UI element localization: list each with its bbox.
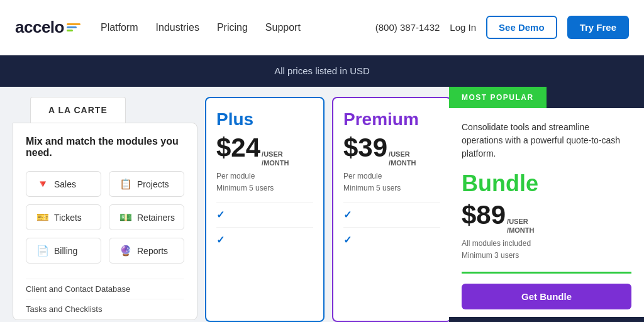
bundle-suffix-1: /USER [507,218,528,225]
tickets-icon: 🎫 [36,211,49,223]
bundle-suffix: /USER /MONTH [507,217,534,235]
premium-price-row: $39 /USER /MONTH [343,135,440,168]
left-section: A LA CARTE Mix and match the modules you… [0,87,449,322]
bundle-desc-1: All modules included [462,239,531,248]
plus-check-area-2: ✓ [216,227,313,246]
billing-icon: 📄 [36,245,49,257]
module-tickets[interactable]: 🎫 Tickets [26,204,101,230]
plus-price: $24 [216,135,260,161]
bundle-cta-button[interactable]: Get Bundle [462,284,631,309]
page-wrapper: accelo Platform Industries Pricing Suppo… [0,0,644,322]
plus-suffix: /USER /MONTH [262,150,289,168]
module-billing[interactable]: 📄 Billing [26,238,101,264]
plus-desc: Per module Minimum 5 users [216,170,313,194]
bundle-price-desc: All modules included Minimum 3 users [462,238,631,262]
feature-label-0: Client and Contact Database [26,284,130,294]
premium-check-2: ✓ [343,234,440,246]
mix-match-text: Mix and match the modules you need. [26,136,184,158]
bundle-name: Bundle [462,170,631,197]
header-right: (800) 387-1432 Log In See Demo Try Free [375,16,629,39]
projects-icon: 📋 [119,178,132,190]
retainers-icon: 💵 [119,211,132,223]
nav-pricing[interactable]: Pricing [217,22,248,33]
content-row: A LA CARTE Mix and match the modules you… [0,87,644,322]
reports-icon: 🔮 [119,245,132,257]
module-retainers-label: Retainers [137,213,175,223]
feature-row-1: Tasks and Checklists [26,299,184,319]
most-popular-badge: MOST POPULAR [449,87,547,108]
alacarte-section: A LA CARTE Mix and match the modules you… [0,87,197,322]
premium-desc-2: Minimum 5 users [343,184,401,192]
nav-support[interactable]: Support [265,22,301,33]
bundle-description: Consolidate tools and streamline operati… [462,121,631,160]
logo-text: accelo [15,18,64,37]
logo-icon [67,23,80,31]
phone-number: (800) 387-1432 [375,22,440,33]
premium-desc-1: Per module [343,172,382,180]
bundle-price-row: $89 /USER /MONTH [462,202,631,235]
plus-desc-2: Minimum 5 users [216,184,274,192]
plus-price-row: $24 /USER /MONTH [216,135,313,168]
logo[interactable]: accelo [15,18,80,37]
module-reports[interactable]: 🔮 Reports [109,238,184,264]
main-nav: Platform Industries Pricing Support [101,22,375,33]
plus-check-2: ✓ [216,234,313,246]
banner-text: All prices listed in USD [274,65,370,76]
module-sales-label: Sales [54,179,76,189]
module-projects-label: Projects [137,179,169,189]
premium-suffix-1: /USER [389,150,410,158]
header: accelo Platform Industries Pricing Suppo… [0,0,644,55]
pricing-section: Plus $24 /USER /MONTH Per module Minimum… [197,87,449,322]
plus-suffix-1: /USER [262,150,283,158]
try-free-button[interactable]: Try Free [567,16,629,39]
premium-check-area: ✓ [343,202,440,221]
usd-banner: All prices listed in USD [0,55,644,87]
bundle-content: Consolidate tools and streamline operati… [449,108,644,317]
premium-plan: Premium $39 /USER /MONTH Per module Mini… [332,97,449,322]
left-inner: A LA CARTE Mix and match the modules you… [0,87,449,322]
alacarte-box: Mix and match the modules you need. 🔻 Sa… [13,123,197,320]
module-tickets-label: Tickets [54,213,82,223]
premium-desc: Per module Minimum 5 users [343,170,440,194]
module-billing-label: Billing [54,246,77,256]
bundle-price: $89 [462,202,506,228]
module-reports-label: Reports [137,246,168,256]
module-retainers[interactable]: 💵 Retainers [109,204,184,230]
nav-platform[interactable]: Platform [101,22,138,33]
premium-suffix: /USER /MONTH [389,150,416,168]
feature-row-0: Client and Contact Database [26,279,184,299]
see-demo-button[interactable]: See Demo [486,16,557,39]
nav-industries[interactable]: Industries [156,22,199,33]
bundle-panel: MOST POPULAR Consolidate tools and strea… [449,87,644,322]
plus-plan: Plus $24 /USER /MONTH Per module Minimum… [205,97,325,322]
module-projects[interactable]: 📋 Projects [109,171,184,197]
sales-icon: 🔻 [36,178,49,190]
premium-price: $39 [343,135,387,161]
feature-list: Client and Contact Database Tasks and Ch… [26,279,184,319]
feature-label-1: Tasks and Checklists [26,304,102,314]
plus-check-1: ✓ [216,209,313,221]
bundle-desc-2: Minimum 3 users [462,251,519,260]
alacarte-tab[interactable]: A LA CARTE [30,97,126,123]
plus-check-area: ✓ [216,202,313,221]
plus-desc-1: Per module [216,172,255,180]
premium-suffix-2: /MONTH [389,159,416,167]
bundle-suffix-2: /MONTH [507,226,534,234]
login-button[interactable]: Log In [450,22,476,33]
premium-check-1: ✓ [343,209,440,221]
premium-check-area-2: ✓ [343,227,440,246]
bundle-divider [462,272,631,274]
plus-name: Plus [216,109,313,130]
premium-name: Premium [343,109,440,130]
modules-grid: 🔻 Sales 📋 Projects 🎫 Tickets [26,171,184,264]
module-sales[interactable]: 🔻 Sales [26,171,101,197]
plus-suffix-2: /MONTH [262,159,289,167]
